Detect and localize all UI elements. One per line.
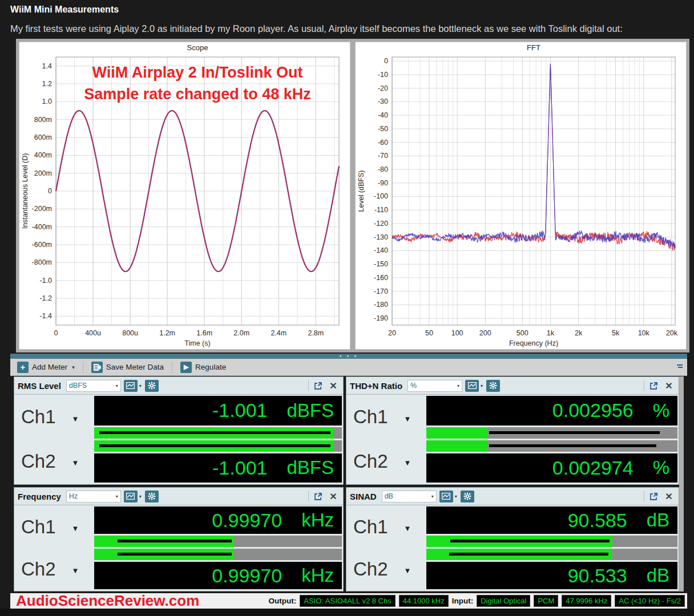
meter-display: 0.99970 kHz <box>94 562 342 589</box>
meter-value: 0.99970 <box>212 565 282 587</box>
meter-bar <box>94 536 342 547</box>
chevron-down-icon: ▾ <box>72 364 75 370</box>
close-icon[interactable]: ✕ <box>663 491 675 502</box>
channel-selector[interactable]: Ch2 ▼ <box>14 440 94 483</box>
meter-display: 0.002956 % <box>426 396 677 425</box>
meter-header: THD+N Ratio % ▾ ▾ ✕ <box>346 377 679 395</box>
meter-value-unit: dB <box>647 565 669 586</box>
svg-text:1.6m: 1.6m <box>196 329 212 337</box>
svg-text:-90: -90 <box>378 179 388 187</box>
meter-graph-button[interactable] <box>465 380 479 392</box>
toolbar-separator <box>172 362 172 373</box>
svg-text:-180: -180 <box>374 301 388 309</box>
meter-value-unit: kHz <box>301 509 334 531</box>
header-separator <box>308 491 309 501</box>
channel-main: -1.001 dBFS <box>94 396 342 439</box>
status-bar: AudioScienceReview.com Output: ASIO: ASI… <box>10 593 687 609</box>
popout-icon[interactable] <box>647 491 660 502</box>
save-meter-icon <box>91 362 103 373</box>
bar-fill <box>426 440 488 452</box>
channel-selector[interactable]: Ch1 ▼ <box>346 506 426 547</box>
channel-selector[interactable]: Ch2 ▼ <box>346 440 426 483</box>
toolbar-overflow-icon[interactable] <box>676 363 684 371</box>
svg-text:100: 100 <box>451 329 463 337</box>
svg-text:Time (s): Time (s) <box>184 339 210 347</box>
svg-text:Scope: Scope <box>187 43 208 52</box>
watermark-text: AudioScienceReview.com <box>16 592 199 610</box>
add-meter-button[interactable]: + Add Meter ▾ <box>14 360 78 374</box>
svg-text:-1.0: -1.0 <box>39 277 52 285</box>
channel-selector[interactable]: Ch2 ▼ <box>14 549 94 589</box>
svg-text:10k: 10k <box>638 329 650 337</box>
scope-chart-svg: Scope1.41.21.0800m600m400m200m0-200m-400… <box>19 42 349 349</box>
regulate-label: Regulate <box>195 363 226 371</box>
meter-value-unit: % <box>653 400 669 422</box>
popout-icon[interactable] <box>647 380 660 391</box>
svg-text:-70: -70 <box>378 152 388 160</box>
bar-peak-line <box>489 444 656 447</box>
svg-text:-130: -130 <box>374 233 388 241</box>
svg-text:-20: -20 <box>378 84 388 92</box>
meter-graph-button[interactable] <box>124 380 138 392</box>
status-badge: AC (<10 Hz) - Fs/2 <box>615 595 685 607</box>
fft-chart: FFT0-10-20-30-40-50-60-70-80-90-100-110-… <box>355 42 687 350</box>
bar-peak-line <box>489 431 660 434</box>
panel-splitter[interactable]: • • • <box>10 354 687 359</box>
meter-header: SINAD dB ▾ ▾ ✕ <box>346 488 679 505</box>
bar-peak-line <box>449 553 608 556</box>
meter-display: -1.001 dBFS <box>94 396 342 425</box>
svg-text:-110: -110 <box>374 206 388 214</box>
save-meter-data-button[interactable]: Save Meter Data <box>88 360 167 374</box>
svg-text:400m: 400m <box>34 151 52 159</box>
meter-value-unit: % <box>653 457 669 479</box>
page-title: WiiM Mini Measurements <box>10 5 119 15</box>
meter-title: SINAD <box>350 492 377 501</box>
unit-dropdown[interactable]: % ▾ <box>407 380 462 392</box>
close-icon[interactable]: ✕ <box>663 380 675 391</box>
unit-dropdown[interactable]: dB ▾ <box>382 491 437 502</box>
channel-main: 0.002974 % <box>426 440 677 483</box>
popout-icon[interactable] <box>312 380 324 391</box>
channel-main: 0.99970 kHz <box>94 549 342 589</box>
channel-dropdown-icon: ▼ <box>72 459 79 467</box>
meter-graph-button[interactable] <box>124 491 138 502</box>
meter-settings-button[interactable] <box>486 380 500 392</box>
plus-icon: + <box>17 362 29 373</box>
unit-dropdown[interactable]: dBFS ▾ <box>66 380 121 392</box>
unit-dropdown[interactable]: Hz ▾ <box>66 491 121 502</box>
meter-settings-button[interactable] <box>461 491 474 502</box>
channel-row: Ch1 ▼ -1.001 dBFS <box>14 396 342 439</box>
svg-text:-10: -10 <box>378 71 388 79</box>
charts-panel: Scope1.41.21.0800m600m400m200m0-200m-400… <box>16 39 689 352</box>
chevron-down-icon: ▾ <box>116 494 118 499</box>
chevron-down-icon: ▾ <box>139 494 142 499</box>
channel-selector[interactable]: Ch1 ▼ <box>14 396 94 439</box>
close-icon[interactable]: ✕ <box>327 491 340 502</box>
meter-value-unit: dBFS <box>287 400 334 422</box>
svg-text:2.8m: 2.8m <box>308 329 324 337</box>
status-badge: ASIO: ASIO4ALL v2 8 Chs <box>300 595 395 607</box>
unit-value: dB <box>385 492 393 500</box>
svg-text:-800m: -800m <box>32 258 52 266</box>
close-icon[interactable]: ✕ <box>327 380 340 391</box>
svg-text:-80: -80 <box>378 165 388 173</box>
channel-selector[interactable]: Ch1 ▼ <box>14 506 94 547</box>
popout-icon[interactable] <box>312 491 324 502</box>
channel-dropdown-icon: ▼ <box>404 415 411 423</box>
channel-main: 0.002956 % <box>426 396 677 439</box>
meter-graph-button[interactable] <box>439 491 453 502</box>
fft-chart-svg: FFT0-10-20-30-40-50-60-70-80-90-100-110-… <box>356 42 685 349</box>
channel-selector[interactable]: Ch2 ▼ <box>346 549 426 589</box>
regulate-button[interactable]: ▶ Regulate <box>177 360 229 374</box>
meter-settings-button[interactable] <box>145 380 159 392</box>
meter-body: Ch1 ▼ -1.001 dBFS Ch2 ▼ -1.001 dBFS <box>14 395 343 484</box>
svg-text:-400m: -400m <box>32 223 52 231</box>
meter-body: Ch1 ▼ 0.002956 % Ch2 ▼ 0.002974 % <box>346 395 679 484</box>
meter-display: 90.585 dB <box>426 506 677 534</box>
meter-title: Frequency <box>18 492 61 501</box>
channel-selector[interactable]: Ch1 ▼ <box>346 396 426 439</box>
meter-settings-button[interactable] <box>145 491 159 502</box>
chevron-down-icon: ▾ <box>139 383 142 388</box>
vertical-scrollbar[interactable] <box>679 376 684 591</box>
chevron-down-icon: ▾ <box>481 383 483 388</box>
